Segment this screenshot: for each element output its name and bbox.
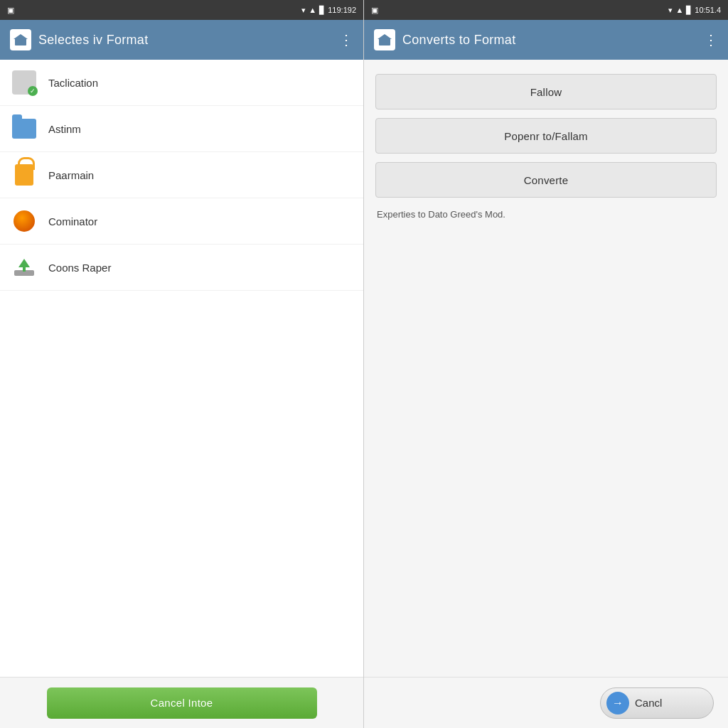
left-wifi-icon: ▾ (301, 6, 306, 15)
right-status-icons: ▾ ▲ ▊ 10:51.4 (668, 6, 721, 15)
upload-icon (12, 255, 36, 279)
fallow-button[interactable]: Fallow (375, 74, 717, 109)
left-status-icons: ▾ ▲ ▊ 119:192 (301, 6, 356, 15)
left-status-left: ▣ (7, 6, 297, 15)
cominator-icon-container (11, 208, 37, 234)
right-signal-icon: ▲ (675, 6, 683, 14)
left-status-bar: ▣ ▾ ▲ ▊ 119:192 (0, 0, 363, 20)
right-wifi-icon: ▾ (668, 6, 673, 15)
left-app-title: Selectes iv Format (38, 33, 332, 48)
application-icon (12, 70, 36, 95)
arrow-icon: → (612, 697, 623, 710)
left-battery-icon: ▊ (319, 6, 325, 15)
astinm-icon-container (11, 116, 37, 141)
svg-marker-5 (378, 34, 392, 39)
svg-marker-3 (18, 259, 30, 272)
right-status-bar: ▣ ▾ ▲ ▊ 10:51.4 (364, 0, 728, 20)
list-item-coons-raper[interactable]: Coons Raper (0, 245, 363, 291)
right-more-button[interactable]: ⋮ (704, 31, 718, 48)
taclication-label: Taclication (48, 77, 98, 89)
coons-raper-label: Coons Raper (48, 262, 111, 274)
left-list: Taclication Astinm Paarmain Cominator (0, 60, 363, 677)
right-time: 10:51.4 (695, 6, 721, 14)
cominator-label: Cominator (48, 215, 97, 228)
list-item-cominator[interactable]: Cominator (0, 198, 363, 245)
cancel-intoe-button[interactable]: Cancel Intoe (47, 687, 317, 719)
astinm-label: Astinm (48, 123, 81, 135)
left-app-bar: Selectes iv Format ⋮ (0, 20, 363, 60)
left-panel: ▣ ▾ ▲ ▊ 119:192 Selectes iv Format ⋮ Tac… (0, 0, 364, 728)
upload-svg-icon (13, 256, 36, 279)
svg-rect-4 (379, 38, 390, 46)
right-cancel-label: Cancl (635, 697, 662, 709)
description-text: Experties to Dato Greed's Mod. (375, 206, 717, 223)
svg-marker-1 (14, 34, 28, 39)
left-time: 119:192 (328, 6, 356, 14)
paarmain-label: Paarmain (48, 169, 94, 181)
list-item-astinm[interactable]: Astinm (0, 106, 363, 152)
poper-button[interactable]: Popenr to/Fallam (375, 118, 717, 154)
home-icon (14, 33, 28, 47)
converte-button[interactable]: Converte (375, 162, 717, 198)
right-battery-icon: ▊ (686, 6, 692, 15)
right-status-left: ▣ (371, 6, 664, 15)
right-bottom-bar: → Cancl (364, 677, 728, 728)
list-item-taclication[interactable]: Taclication (0, 60, 363, 106)
taclication-icon-container (11, 70, 37, 95)
right-app-title: Converts to Format (402, 33, 697, 48)
right-sim-icon: ▣ (371, 6, 378, 15)
coons-raper-icon-container (11, 255, 37, 280)
right-app-bar: Converts to Format ⋮ (364, 20, 728, 60)
ball-icon (14, 210, 35, 232)
arrow-circle-icon: → (606, 692, 629, 714)
left-app-icon (10, 29, 31, 50)
lock-icon (15, 164, 33, 186)
left-signal-icon: ▲ (309, 6, 316, 14)
left-sim-icon: ▣ (7, 6, 14, 15)
left-more-button[interactable]: ⋮ (339, 31, 353, 48)
right-cancel-button[interactable]: → Cancl (600, 687, 714, 719)
right-app-icon (374, 29, 395, 50)
right-content: Fallow Popenr to/Fallam Converte Experti… (364, 60, 728, 677)
left-bottom-bar: Cancel Intoe (0, 677, 363, 728)
right-home-icon (378, 33, 392, 47)
paarmain-icon-container (11, 162, 37, 188)
svg-rect-0 (15, 38, 26, 46)
list-item-paarmain[interactable]: Paarmain (0, 152, 363, 198)
folder-icon (12, 119, 36, 139)
right-panel: ▣ ▾ ▲ ▊ 10:51.4 Converts to Format ⋮ Fal… (364, 0, 728, 728)
